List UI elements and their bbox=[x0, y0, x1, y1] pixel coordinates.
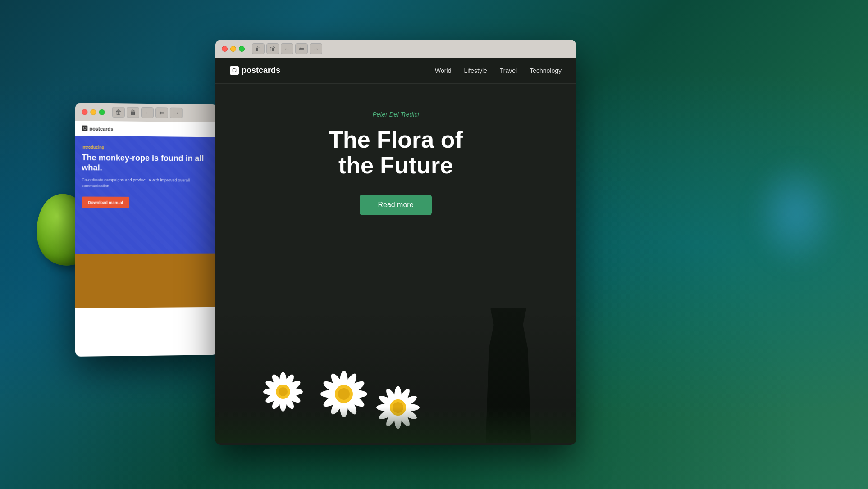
trash2-icon: 🗑 bbox=[130, 109, 136, 116]
back-arrow-icon-front: ← bbox=[284, 45, 290, 52]
hero-title-line1: The Flora of bbox=[233, 127, 558, 153]
read-more-button[interactable]: Read more bbox=[360, 195, 431, 215]
hero-title-front: The Flora of the Future bbox=[233, 127, 558, 178]
email-window-front: 🗑 🗑 ← ⇐ → ⬡ postcards World bbox=[215, 40, 576, 445]
email-hero-back: Introducing The monkey-rope is found in … bbox=[75, 136, 218, 254]
nav-lifestyle[interactable]: Lifestyle bbox=[464, 67, 487, 74]
flower-bg bbox=[215, 308, 576, 443]
back-double-arrow-icon-front: ⇐ bbox=[299, 45, 304, 52]
traffic-light-red-front[interactable] bbox=[222, 46, 228, 52]
email-hero-front: Peter Del Tredici The Flora of the Futur… bbox=[215, 84, 576, 443]
nav-links: World Lifestyle Travel Technology bbox=[435, 67, 562, 74]
trash2-button-front[interactable]: 🗑 bbox=[266, 43, 279, 54]
nav-technology[interactable]: Technology bbox=[530, 67, 562, 74]
trash2-icon-front: 🗑 bbox=[270, 45, 276, 52]
forward-button-back[interactable]: → bbox=[170, 108, 183, 118]
title-bar-front: 🗑 🗑 ← ⇐ → bbox=[215, 40, 576, 58]
foliage-bg bbox=[215, 407, 576, 443]
email-bottom-back bbox=[75, 254, 218, 308]
back-button-back[interactable]: ← bbox=[141, 107, 154, 118]
trash-button-front[interactable]: 🗑 bbox=[252, 43, 265, 54]
forward-button-front[interactable]: → bbox=[310, 43, 322, 54]
email-content-front: ⬡ postcards World Lifestyle Travel Techn… bbox=[215, 58, 576, 445]
download-manual-button[interactable]: Download manual bbox=[82, 197, 129, 208]
logo-icon-back: ⬡ bbox=[82, 126, 87, 131]
nav-world[interactable]: World bbox=[435, 67, 451, 74]
hero-author: Peter Del Tredici bbox=[233, 111, 558, 118]
trash-icon-front: 🗑 bbox=[255, 45, 261, 52]
toolbar-front: 🗑 🗑 ← ⇐ → bbox=[252, 43, 322, 54]
logo-icon-front: ⬡ bbox=[230, 66, 239, 75]
back-double-button-back[interactable]: ⇐ bbox=[155, 107, 168, 118]
bottom-overlay bbox=[75, 254, 218, 308]
postcards-logo-back: ⬡ postcards bbox=[82, 126, 113, 132]
traffic-light-green-front[interactable] bbox=[239, 46, 245, 52]
logo-text-back: postcards bbox=[89, 126, 113, 131]
traffic-light-red-back[interactable] bbox=[82, 109, 87, 115]
blue-blob-decoration bbox=[751, 158, 841, 270]
hero-subtitle-back: Co-ordinate campaigns and product la wit… bbox=[82, 177, 211, 189]
email-content-back: ⬡ postcards Introducing The monkey-rope … bbox=[75, 121, 218, 357]
trash-icon: 🗑 bbox=[115, 109, 122, 116]
flower-area bbox=[215, 308, 576, 443]
traffic-light-yellow-front[interactable] bbox=[230, 46, 236, 52]
toolbar-back: 🗑 🗑 ← ⇐ → bbox=[112, 107, 183, 118]
back-button-front[interactable]: ← bbox=[281, 43, 293, 54]
trash-button-back[interactable]: 🗑 bbox=[112, 107, 125, 118]
svg-point-13 bbox=[279, 387, 288, 396]
back-double-arrow-icon: ⇐ bbox=[159, 109, 164, 116]
svg-point-27 bbox=[338, 388, 350, 400]
email-nav-front: ⬡ postcards World Lifestyle Travel Techn… bbox=[215, 58, 576, 84]
trash2-button-back[interactable]: 🗑 bbox=[127, 107, 139, 118]
email-header-back: ⬡ postcards bbox=[75, 121, 218, 137]
logo-text-front: postcards bbox=[242, 66, 280, 75]
back-double-button-front[interactable]: ⇐ bbox=[295, 43, 308, 54]
hero-title-line2: the Future bbox=[233, 153, 558, 178]
forward-arrow-icon-front: → bbox=[313, 45, 319, 52]
back-arrow-icon: ← bbox=[144, 109, 151, 116]
email-window-back: 🗑 🗑 ← ⇐ → ⬡ postcards bbox=[75, 103, 218, 357]
hero-title-back: The monkey-rope is found in all whal. bbox=[82, 153, 211, 173]
nav-travel[interactable]: Travel bbox=[500, 67, 517, 74]
title-bar-back: 🗑 🗑 ← ⇐ → bbox=[75, 103, 218, 122]
postcards-logo-front: ⬡ postcards bbox=[230, 66, 280, 75]
traffic-light-yellow-back[interactable] bbox=[90, 109, 96, 115]
forward-arrow-icon: → bbox=[173, 109, 179, 117]
traffic-light-green-back[interactable] bbox=[99, 109, 105, 115]
